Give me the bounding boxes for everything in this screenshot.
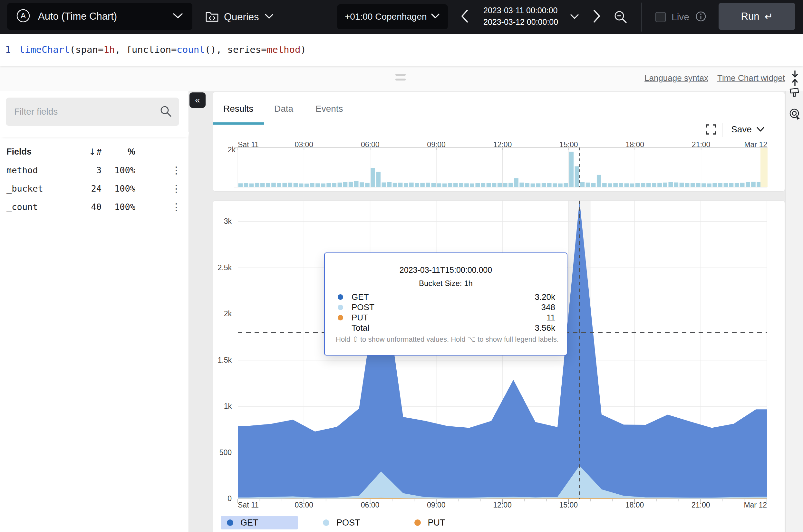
- tooltip-row-total: Total 3.56k: [338, 323, 555, 333]
- percent-column-header[interactable]: %: [90, 147, 135, 157]
- tooltip-row-put: PUT 11: [338, 312, 555, 323]
- tooltip-bucket-size: Bucket Size: 1h: [325, 279, 567, 288]
- mini-y-axis-label: 2k: [219, 146, 236, 154]
- live-checkbox[interactable]: [655, 12, 666, 22]
- save-label: Save: [731, 124, 752, 135]
- time-forward-button[interactable]: [592, 9, 601, 26]
- search-icon: [159, 104, 172, 119]
- view-selector-label: Auto (Time Chart): [38, 11, 117, 22]
- field-percent: 100%: [90, 184, 135, 193]
- legend-item-put[interactable]: PUT: [414, 516, 445, 529]
- right-toolbar-rail: [785, 91, 803, 532]
- topbar-divider: [641, 3, 641, 32]
- view-selector-button[interactable]: A Auto (Time Chart): [7, 3, 192, 30]
- query-editor[interactable]: 1timeChart(span=1h, function=count(), se…: [0, 34, 803, 66]
- field-name: _bucket: [6, 184, 43, 193]
- query-token: method: [267, 44, 301, 55]
- filter-fields-input[interactable]: [6, 107, 159, 117]
- run-button[interactable]: Run ↵: [718, 3, 795, 30]
- query-token: count: [176, 44, 205, 55]
- series-dot-post: [338, 305, 343, 310]
- legend-item-get[interactable]: GET: [221, 516, 298, 529]
- field-name: method: [6, 165, 38, 175]
- time-range-end: 2023-03-12 00:00:00: [483, 16, 566, 28]
- tooltip-row-get: GET 3.20k: [338, 292, 555, 302]
- live-toggle-group: Live: [655, 0, 707, 34]
- series-dot-get: [338, 294, 343, 300]
- tooltip-timestamp: 2023-03-11T15:00:00.000: [325, 265, 567, 275]
- tab-events[interactable]: Events: [316, 104, 343, 114]
- axis-tick-label: 15:00: [559, 140, 578, 149]
- time-back-button[interactable]: [460, 9, 469, 26]
- style-brush-icon[interactable]: [789, 87, 800, 101]
- query-token: (), series=: [205, 44, 267, 55]
- field-row-bucket[interactable]: _bucket 24 100% ⋮: [0, 179, 189, 198]
- time-range-display[interactable]: 2023-03-11 00:00:00 2023-03-12 00:00:00: [483, 4, 566, 28]
- field-row-method[interactable]: method 3 100% ⋮: [0, 161, 189, 179]
- toolbar-divider: [722, 123, 723, 137]
- axis-tick-label: Sat 11: [238, 140, 259, 149]
- query-token: timeChart: [19, 44, 70, 55]
- field-name: _count: [6, 202, 38, 212]
- axis-tick-label: 09:00: [427, 140, 446, 149]
- fields-table-header: Fields ↓# %: [0, 142, 189, 161]
- query-token: , function=: [115, 44, 176, 55]
- time-range-start: 2023-03-11 00:00:00: [483, 4, 566, 16]
- timezone-label: +01:00 Copenhagen: [345, 12, 427, 22]
- svg-text:A: A: [21, 11, 26, 20]
- field-percent: 100%: [90, 202, 135, 212]
- kebab-menu-icon[interactable]: ⋮: [171, 165, 181, 176]
- axis-tick-label: 15:00: [559, 501, 578, 510]
- queries-menu-button[interactable]: Queries: [205, 0, 274, 34]
- chevron-down-icon: [264, 13, 274, 21]
- chart-legend: GET POST PUT: [213, 516, 445, 530]
- fields-table: Fields ↓# % method 3 100% ⋮ _bucket 24 1…: [0, 142, 189, 216]
- axis-tick-label: 1k: [213, 402, 232, 411]
- tab-results[interactable]: Results: [223, 104, 253, 114]
- chevron-down-icon: [172, 12, 183, 21]
- run-label: Run: [741, 11, 760, 22]
- fullscreen-icon[interactable]: [705, 124, 717, 136]
- auto-view-icon: A: [16, 9, 30, 24]
- legend-dot-get: [227, 519, 233, 526]
- axis-tick-label: 21:00: [692, 140, 711, 149]
- save-button[interactable]: Save: [731, 124, 765, 135]
- axis-tick-label: 2k: [213, 309, 232, 318]
- timeline-overview-chart[interactable]: Sat 1103:0006:0009:0012:0015:0018:0021:0…: [213, 92, 785, 192]
- axis-tick-label: 12:00: [493, 140, 512, 149]
- language-syntax-link[interactable]: Language syntax: [645, 73, 708, 83]
- tooltip-row-post: POST 348: [338, 302, 555, 312]
- query-line[interactable]: 1timeChart(span=1h, function=count(), se…: [5, 44, 306, 55]
- collapse-vertical-icon[interactable]: [789, 70, 800, 88]
- axis-tick-label: 06:00: [361, 501, 379, 510]
- interaction-target-icon[interactable]: [789, 108, 801, 121]
- tab-data[interactable]: Data: [274, 104, 293, 114]
- field-row-count[interactable]: _count 40 100% ⋮: [0, 198, 189, 216]
- zoom-out-icon[interactable]: [613, 10, 628, 26]
- axis-tick-label: 03:00: [295, 501, 313, 510]
- axis-tick-label: 12:00: [493, 501, 512, 510]
- queries-folder-icon: [205, 10, 219, 24]
- kebab-menu-icon[interactable]: ⋮: [171, 201, 181, 212]
- axis-tick-label: 2.5k: [213, 263, 232, 272]
- timezone-selector-button[interactable]: +01:00 Copenhagen: [337, 4, 448, 29]
- series-dot-put: [338, 315, 343, 320]
- time-chart-card: 05001k1.5k2k2.5k3k Sat 1103:0006:0009:00…: [213, 200, 785, 532]
- legend-item-post[interactable]: POST: [323, 516, 360, 529]
- axis-tick-label: 21:00: [691, 501, 710, 510]
- legend-dot-post: [323, 519, 329, 526]
- chevron-down-icon[interactable]: [570, 14, 579, 21]
- collapse-sidebar-button[interactable]: «: [189, 92, 206, 108]
- axis-tick-label: 0: [213, 494, 232, 503]
- line-number: 1: [5, 44, 11, 55]
- chart-tooltip: 2023-03-11T15:00:00.000 Bucket Size: 1h …: [324, 252, 567, 356]
- info-icon[interactable]: [695, 11, 707, 23]
- panel-divider: [0, 132, 189, 137]
- axis-tick-label: 06:00: [361, 140, 379, 149]
- time-chart-widget-link[interactable]: Time Chart widget: [717, 73, 785, 83]
- axis-tick-label: 18:00: [625, 501, 644, 510]
- chevron-down-icon: [756, 127, 765, 132]
- resize-drag-handle[interactable]: [395, 74, 406, 83]
- axis-tick-label: Sat 11: [238, 501, 259, 510]
- kebab-menu-icon[interactable]: ⋮: [171, 183, 181, 194]
